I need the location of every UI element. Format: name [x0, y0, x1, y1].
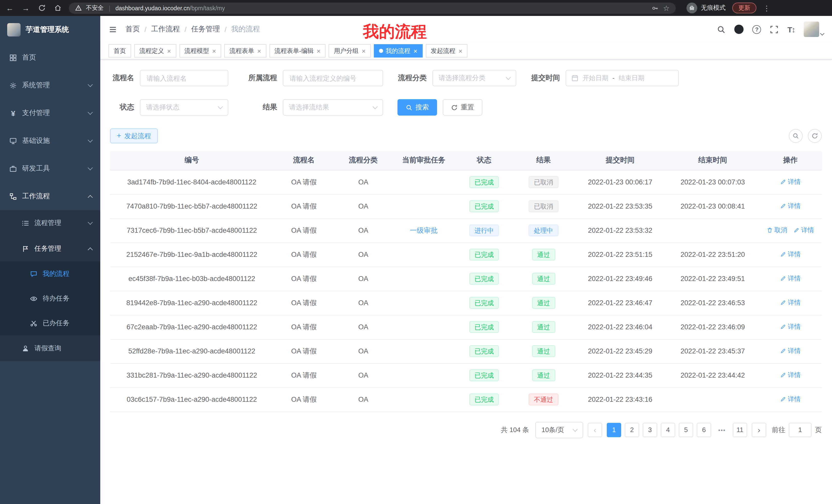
hamburger-icon[interactable]: [108, 25, 117, 34]
warning-icon: [75, 5, 82, 11]
eye-icon: [30, 295, 37, 302]
search-toggle-button[interactable]: [789, 129, 803, 143]
process-name-input[interactable]: [140, 70, 228, 86]
category-select[interactable]: 请选择流程分类: [433, 70, 516, 86]
page-size-select[interactable]: 10条/页: [535, 422, 583, 438]
status-select[interactable]: 请选择状态: [140, 99, 228, 116]
tab-item-5[interactable]: 用户分组×: [329, 44, 371, 58]
pagination-ellipsis[interactable]: •••: [715, 423, 729, 437]
page-button-6[interactable]: 6: [697, 423, 711, 437]
github-icon[interactable]: [734, 25, 744, 34]
sidebar-item-my-process[interactable]: 我的流程: [0, 261, 100, 286]
cell-id: 7470a810-7b9b-11ec-b5b7-acde48001122: [110, 194, 274, 218]
status-badge: 已完成: [469, 321, 499, 333]
tab-item-4[interactable]: 流程表单-编辑×: [269, 44, 326, 58]
sidebar-item-infrastructure[interactable]: 基础设施: [0, 127, 100, 155]
detail-link[interactable]: 详情: [780, 178, 801, 187]
detail-link[interactable]: 详情: [794, 226, 814, 235]
cell-submit-time: 2022-01-22 23:43:16: [574, 387, 667, 412]
page-button-3[interactable]: 3: [643, 423, 657, 437]
browser-menu-icon[interactable]: ⋮: [763, 4, 770, 12]
tab-close-icon[interactable]: ×: [167, 48, 171, 54]
tab-close-icon[interactable]: ×: [459, 48, 462, 54]
fullscreen-icon[interactable]: [770, 25, 779, 34]
detail-link[interactable]: 详情: [780, 274, 801, 283]
page-button-11[interactable]: 11: [733, 423, 747, 437]
detail-link[interactable]: 详情: [780, 202, 801, 211]
detail-link[interactable]: 详情: [780, 250, 801, 259]
page-button-2[interactable]: 2: [625, 423, 639, 437]
key-icon[interactable]: [652, 4, 659, 11]
bookmark-star-icon[interactable]: ☆: [663, 4, 670, 12]
next-page-button[interactable]: ›: [752, 423, 766, 437]
detail-link[interactable]: 详情: [780, 347, 801, 356]
breadcrumb-home[interactable]: 首页: [126, 25, 140, 34]
sidebar-item-done-tasks[interactable]: 已办任务: [0, 311, 100, 335]
tab-close-icon[interactable]: ×: [212, 48, 216, 54]
sidebar-item-dev-tools[interactable]: 研发工具: [0, 155, 100, 183]
table-row: 819442e8-7b9a-11ec-a290-acde48001122OA 请…: [110, 291, 822, 315]
sidebar-item-leave-query[interactable]: 请假查询: [0, 335, 100, 361]
reset-button[interactable]: 重置: [443, 99, 482, 116]
cancel-link[interactable]: 取消: [767, 226, 787, 235]
create-process-button[interactable]: + 发起流程: [110, 129, 158, 143]
refresh-icon[interactable]: [37, 3, 46, 12]
tab-close-icon[interactable]: ×: [317, 48, 321, 54]
tab-close-icon[interactable]: ×: [413, 48, 417, 54]
sidebar-item-payment[interactable]: ¥ 支付管理: [0, 99, 100, 127]
back-icon[interactable]: ←: [5, 3, 15, 12]
breadcrumb-workflow[interactable]: 工作流程: [151, 25, 180, 34]
filter-form: 流程名 所属流程 流程分类 请选择流程分类: [110, 70, 822, 116]
cell-id: ec45f38f-7b9a-11ec-b03b-acde48001122: [110, 267, 274, 291]
cell-submit-time: 2022-01-22 23:46:47: [574, 291, 667, 315]
user-menu[interactable]: [804, 22, 824, 37]
font-size-icon[interactable]: T↕: [787, 25, 795, 34]
tab-close-icon[interactable]: ×: [257, 48, 261, 54]
sidebar-item-workflow[interactable]: 工作流程: [0, 183, 100, 210]
browser-chrome: ← → 不安全 | dashboard.yudao.iocoder.cn/bpm…: [0, 0, 832, 16]
edit-icon: [794, 227, 800, 233]
date-range-picker[interactable]: 开始日期 - 结束日期: [566, 70, 679, 86]
search-button[interactable]: 搜索: [397, 99, 437, 116]
process-def-input[interactable]: [283, 70, 383, 86]
search-icon[interactable]: [717, 25, 726, 34]
sidebar-item-task-mgmt[interactable]: 任务管理: [0, 236, 100, 261]
url-text: dashboard.yudao.iocoder.cn/bpm/task/my: [115, 5, 225, 11]
prev-page-button[interactable]: ‹: [588, 423, 602, 437]
sidebar-item-todo-tasks[interactable]: 待办任务: [0, 286, 100, 311]
column-header: 流程名: [274, 151, 334, 170]
refresh-table-button[interactable]: [808, 129, 822, 143]
tab-item-6[interactable]: 我的流程×: [374, 44, 422, 58]
detail-link[interactable]: 详情: [780, 323, 801, 331]
tab-close-icon[interactable]: ×: [362, 48, 366, 54]
page-button-5[interactable]: 5: [679, 423, 693, 437]
goto-page-input[interactable]: [789, 423, 811, 437]
update-button[interactable]: 更新: [732, 3, 756, 13]
column-header: 操作: [759, 151, 822, 170]
url-bar[interactable]: 不安全 | dashboard.yudao.iocoder.cn/bpm/tas…: [69, 2, 676, 13]
result-select[interactable]: 请选择流结果: [283, 99, 383, 116]
breadcrumb-task-mgmt[interactable]: 任务管理: [191, 25, 220, 34]
tab-item-3[interactable]: 流程表单×: [224, 44, 266, 58]
detail-link[interactable]: 详情: [780, 395, 801, 404]
sidebar-item-process-mgmt[interactable]: 流程管理: [0, 210, 100, 236]
help-icon[interactable]: ?: [753, 25, 761, 34]
home-icon-browser[interactable]: [53, 3, 62, 12]
tab-item-2[interactable]: 流程模型×: [179, 44, 221, 58]
plus-icon: +: [117, 132, 121, 139]
page-button-4[interactable]: 4: [661, 423, 675, 437]
current-task-link[interactable]: 一级审批: [410, 226, 438, 234]
tab-item-0[interactable]: 首页: [108, 44, 131, 58]
cell-name: OA 请假: [274, 315, 334, 339]
sidebar-item-system[interactable]: 系统管理: [0, 72, 100, 99]
detail-link[interactable]: 详情: [780, 371, 801, 380]
cell-name: OA 请假: [274, 194, 334, 218]
detail-link[interactable]: 详情: [780, 299, 801, 307]
edit-icon: [780, 300, 786, 306]
forward-icon[interactable]: →: [21, 3, 30, 12]
tab-item-1[interactable]: 流程定义×: [134, 44, 176, 58]
page-button-1[interactable]: 1: [607, 423, 621, 437]
filter-label: 提交时间: [525, 74, 566, 83]
sidebar-item-home[interactable]: 首页: [0, 44, 100, 72]
tab-item-7[interactable]: 发起流程×: [425, 44, 467, 58]
